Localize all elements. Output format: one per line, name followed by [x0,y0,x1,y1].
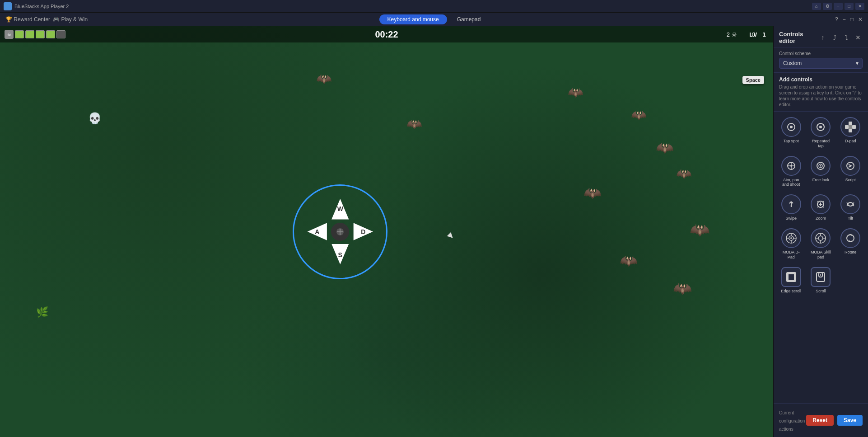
hud-kills: 2 ☠ [727,31,737,38]
tab-bar-right: ? − □ ✕ [835,16,863,23]
controls-grid: Tap spot Repeated tap [774,112,868,403]
settings-button[interactable]: ⚙ [823,3,832,10]
panel-title: Controls editor [779,31,818,44]
reward-center-button[interactable]: 🏆 🏆 Reward CenterReward Center [5,16,50,23]
add-controls-desc: Drag and drop an action on your game scr… [779,84,863,108]
panel-close-icon[interactable]: ✕ [854,33,863,42]
svg-point-16 [820,165,821,166]
space-badge: Space [742,76,764,84]
home-button[interactable]: ⌂ [812,3,821,10]
tap-spot-label: Tap spot [784,139,799,144]
key-d[interactable]: D [352,221,374,243]
bottom-bar: Current configuration actions Reset Save [774,403,868,437]
aim-pan-shoot-icon [781,156,801,176]
script-icon [840,156,860,176]
tap-spot-icon [781,117,801,137]
control-swipe[interactable]: Swipe [778,193,804,223]
control-moba-dpad[interactable]: MOBA D-Pad [778,226,804,262]
edge-scroll-icon [781,267,801,287]
free-look-icon [811,156,831,176]
dpad-container[interactable]: W A S D [293,184,387,279]
save-button[interactable]: Save [837,415,863,426]
controls-panel: Controls editor ↑ ⤴ ⤵ ✕ Control scheme C… [773,26,868,437]
control-d-pad[interactable]: D-pad [837,115,863,150]
reset-button[interactable]: Reset [806,415,834,426]
scroll-icon [811,267,831,287]
control-moba-skill[interactable]: MOBA Skill pad [808,226,834,262]
add-controls-title: Add controls [779,76,863,83]
tab-bar: 🏆 🏆 Reward CenterReward Center 🎮 Play & … [0,13,868,26]
control-scheme-select[interactable]: Custom ▾ [779,58,863,69]
maximize-icon[interactable]: □ [850,16,854,23]
bat-8: 🦇 [690,221,710,240]
hud-bar-2 [25,30,34,38]
aim-pan-shoot-label: Aim, pan and shoot [780,178,803,188]
add-controls-section: Add controls Drag and drop an action on … [774,73,868,112]
minimize-icon[interactable]: − [843,16,846,23]
edge-scroll-label: Edge scroll [781,289,802,294]
control-free-look[interactable]: Free look [808,154,834,189]
svg-point-25 [790,237,792,239]
hud-level: LV 1 [749,31,767,38]
rotate-icon [840,228,860,248]
panel-upload-icon[interactable]: ⤴ [830,33,839,42]
hud-bars: ☠ [5,30,65,39]
svg-point-27 [818,236,823,240]
control-rotate[interactable]: Rotate [837,226,863,262]
zoom-label: Zoom [816,216,826,221]
control-repeated-tap[interactable]: Repeated tap [808,115,834,150]
bat-11: 🌿 [36,306,48,318]
svg-rect-7 [845,125,849,129]
control-tap-spot[interactable]: Tap spot [778,115,804,150]
moba-dpad-label: MOBA D-Pad [780,250,803,260]
svg-rect-5 [849,122,852,125]
play-win-button[interactable]: 🎮 Play & Win [53,16,88,23]
script-label: Script [845,178,856,183]
game-area[interactable]: ☠ 00:22 2 ☠ 0 LV 1 Space 🦇 🦇 🦇 🦇 🦇 🦇 🦇 � [0,26,773,437]
hud-timer: 00:22 [375,29,398,40]
key-center [331,223,349,241]
control-zoom[interactable]: Zoom [808,193,834,223]
repeated-tap-label: Repeated tap [810,139,832,149]
control-scroll[interactable]: Scroll [808,265,834,296]
panel-header: Controls editor ↑ ⤴ ⤵ ✕ [774,26,868,47]
svg-rect-36 [787,273,796,274]
close-button[interactable]: ✕ [855,3,864,10]
bat-4: 🦇 [406,117,422,132]
hud-bar-4 [46,30,55,38]
key-w[interactable]: W [329,198,351,220]
tab-keyboard-mouse[interactable]: Keyboard and mouse [379,14,447,24]
key-a[interactable]: A [306,221,328,243]
svg-rect-6 [849,129,852,132]
control-script[interactable]: Script [837,154,863,189]
tab-gamepad[interactable]: Gamepad [449,14,489,24]
character: 💀 [88,112,102,125]
bottom-bar-buttons: Reset Save [806,415,863,426]
control-tilt[interactable]: Tilt [837,193,863,223]
svg-point-13 [790,165,792,167]
dpad-center-area: W A S D [306,198,374,266]
bat-6: 🦇 [676,166,692,181]
hud-bar-1 [15,30,24,38]
bat-3: 🦇 [631,108,647,122]
rotate-label: Rotate [845,250,857,255]
minimize-button[interactable]: − [834,3,843,10]
svg-point-4 [819,126,822,128]
game-hud: ☠ 00:22 2 ☠ 0 LV 1 [0,26,773,42]
key-s[interactable]: S [329,244,351,266]
swipe-label: Swipe [786,216,797,221]
title-bar-controls: ⌂ ⚙ − □ ✕ [812,3,864,10]
panel-import-icon[interactable]: ⤵ [842,33,851,42]
hud-bar-3 [36,30,45,38]
close-icon[interactable]: ✕ [858,16,863,23]
svg-point-2 [790,126,793,128]
hud-bar-5 [56,30,65,38]
bottom-bar-label: Current configuration actions [779,410,805,432]
control-aim-pan-shoot[interactable]: Aim, pan and shoot [778,154,804,189]
app-title: BlueStacks App Player 2 [14,4,812,9]
restore-button[interactable]: □ [845,3,854,10]
panel-share-icon[interactable]: ↑ [818,33,827,42]
panel-header-icons: ↑ ⤴ ⤵ ✕ [818,33,863,42]
control-edge-scroll[interactable]: Edge scroll [778,265,804,296]
help-icon[interactable]: ? [835,16,838,23]
